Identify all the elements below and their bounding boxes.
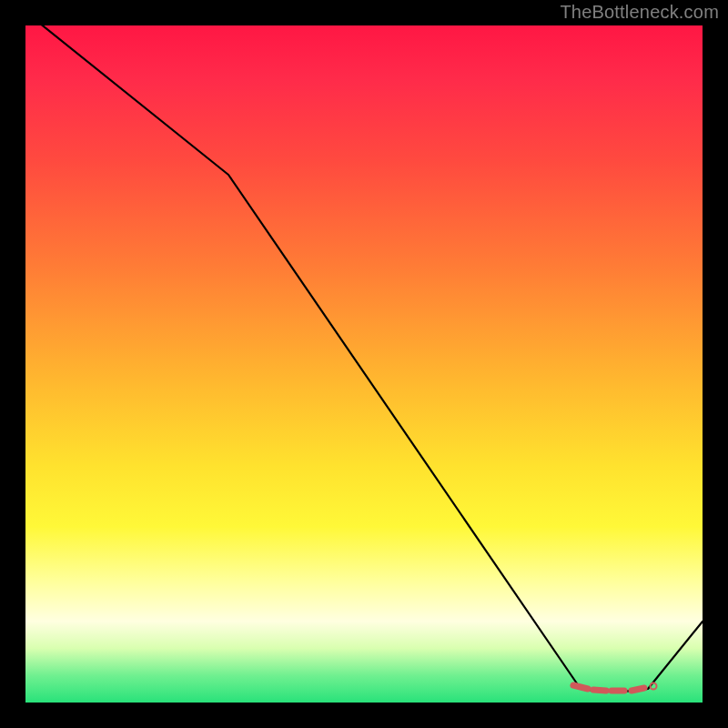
chart-overlay: [25, 25, 703, 703]
highlighted-segment: [573, 685, 654, 691]
svg-line-3: [632, 688, 644, 691]
svg-point-4: [652, 685, 654, 687]
attribution-label: TheBottleneck.com: [560, 2, 719, 23]
chart-frame: TheBottleneck.com: [0, 0, 728, 728]
svg-line-0: [573, 685, 588, 689]
svg-line-1: [593, 690, 606, 691]
series-curve: [25, 25, 703, 692]
plot-area: [25, 25, 703, 703]
